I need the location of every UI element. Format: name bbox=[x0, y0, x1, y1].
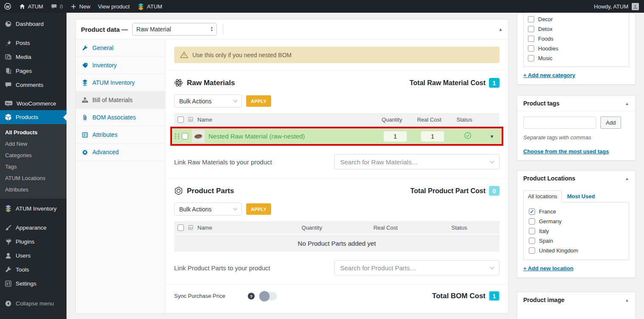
gear-icon bbox=[82, 149, 88, 155]
sidebar-item-comments[interactable]: Comments bbox=[0, 78, 67, 92]
category-checkbox[interactable] bbox=[528, 45, 534, 52]
help-icon[interactable]: ? bbox=[247, 292, 255, 300]
sidebar-item-media[interactable]: Media bbox=[0, 50, 67, 64]
category-checkbox[interactable] bbox=[528, 16, 534, 22]
total-raw-material-cost: Total Raw Material Cost 1 bbox=[410, 78, 500, 88]
tab-advanced[interactable]: Advanced bbox=[76, 144, 165, 161]
pin-icon bbox=[5, 39, 12, 47]
product-data-panel: Product data — Raw Material ▴▾ ▲ General bbox=[75, 19, 508, 313]
sidebar-item-woocommerce[interactable]: Woo WooCommerce bbox=[0, 97, 67, 110]
tab-bom-associates[interactable]: BOM Associates bbox=[76, 109, 165, 126]
search-raw-materials-select[interactable]: Search for Raw Materials… bbox=[334, 154, 500, 169]
category-item[interactable]: Music bbox=[528, 53, 625, 63]
wordpress-logo[interactable]: W bbox=[0, 0, 15, 13]
nested-bom-warning: Use this only if you need nested BOM bbox=[174, 47, 500, 63]
category-checkbox[interactable] bbox=[528, 55, 534, 61]
sidebar-item-products[interactable]: Products bbox=[0, 110, 67, 124]
add-new-location-link[interactable]: + Add new location bbox=[523, 265, 573, 272]
panel-collapse-arrow[interactable]: ▲ bbox=[625, 101, 629, 106]
location-item[interactable]: Germany bbox=[529, 216, 624, 226]
category-item[interactable]: Foods bbox=[528, 34, 625, 44]
tab-attributes[interactable]: Attributes bbox=[76, 126, 165, 144]
sidebar-item-settings[interactable]: Settings bbox=[0, 277, 67, 291]
submenu-tags[interactable]: Tags bbox=[0, 161, 67, 172]
search-product-parts-select[interactable]: Search for Product Parts… bbox=[334, 260, 500, 275]
sidebar-item-atum-inventory[interactable]: ATUM Inventory bbox=[0, 201, 67, 216]
panel-collapse-arrow[interactable]: ▲ bbox=[625, 298, 629, 302]
submenu-all-products[interactable]: All Products bbox=[0, 127, 67, 138]
tab-all-locations[interactable]: All locations bbox=[523, 190, 562, 202]
sidebar-item-pages[interactable]: Pages bbox=[0, 64, 67, 78]
category-checkbox[interactable] bbox=[528, 36, 534, 42]
category-item[interactable]: Hoodies bbox=[528, 44, 625, 53]
collapse-menu-button[interactable]: Collapse menu bbox=[0, 297, 67, 311]
howdy-text[interactable]: Howdy, ATUM bbox=[594, 3, 628, 10]
add-new-category-link[interactable]: + Add new category bbox=[523, 72, 575, 78]
sidebar-item-users[interactable]: Users bbox=[0, 249, 67, 263]
publish-sidebar: Decor Detox Foods Hoodies Music + Add ne… bbox=[517, 13, 636, 319]
quantity-input[interactable]: 1 bbox=[383, 131, 407, 142]
row-checkbox[interactable] bbox=[182, 133, 188, 139]
tab-inventory[interactable]: Inventory bbox=[76, 57, 165, 74]
new-menu[interactable]: New bbox=[67, 0, 94, 13]
site-menu[interactable]: ATUM bbox=[15, 0, 47, 13]
location-checkbox[interactable] bbox=[529, 247, 535, 254]
choose-most-used-tags-link[interactable]: Choose from the most used tags bbox=[523, 148, 609, 155]
product-image-title: Product image bbox=[523, 297, 564, 303]
location-checkbox[interactable] bbox=[529, 228, 535, 234]
location-item[interactable]: Spain bbox=[529, 236, 624, 246]
row-product-name[interactable]: Nested Raw Material (raw-nested) bbox=[208, 133, 305, 140]
tab-bill-of-materials[interactable]: Bill of Materials bbox=[76, 92, 165, 109]
category-item[interactable]: Detox bbox=[528, 24, 625, 34]
location-checkbox[interactable] bbox=[529, 238, 535, 244]
sidebar-item-appearance[interactable]: Appearance bbox=[0, 221, 67, 235]
attributes-list-icon bbox=[82, 132, 88, 138]
tab-general[interactable]: General bbox=[76, 39, 165, 57]
tab-atum-inventory[interactable]: ATUM Inventory bbox=[76, 74, 165, 92]
category-checkbox[interactable] bbox=[528, 26, 534, 32]
real-cost-input[interactable]: 1 bbox=[421, 131, 444, 142]
atum-layers-icon bbox=[5, 205, 12, 212]
product-type-select[interactable]: Raw Material ▴▾ bbox=[132, 23, 217, 36]
location-checkbox-checked[interactable]: ✓ bbox=[529, 208, 535, 215]
location-item[interactable]: United Kingdom bbox=[529, 246, 624, 255]
products-box-icon bbox=[5, 114, 12, 121]
status-check-icon bbox=[464, 132, 472, 139]
avatar[interactable] bbox=[632, 3, 639, 10]
parts-bulk-actions-select[interactable]: Bulk Actions bbox=[174, 202, 242, 216]
raw-material-row[interactable]: Nested Raw Material (raw-nested) 1 1 ▼ bbox=[172, 128, 502, 144]
parts-bulk-actions-row: Bulk Actions APPLY bbox=[174, 202, 500, 216]
submenu-attributes[interactable]: Attributes bbox=[0, 184, 67, 195]
raw-bulk-actions-select[interactable]: Bulk Actions bbox=[174, 94, 242, 108]
sidebar-item-posts[interactable]: Posts bbox=[0, 36, 67, 50]
location-checkbox[interactable] bbox=[529, 218, 535, 225]
submenu-add-new[interactable]: Add New bbox=[0, 138, 67, 150]
sidebar-item-tools[interactable]: Tools bbox=[0, 263, 67, 277]
comments-bubble[interactable]: 0 bbox=[47, 0, 67, 13]
submenu-atum-locations[interactable]: ATUM Locations bbox=[0, 172, 67, 184]
sync-purchase-price-toggle[interactable] bbox=[260, 292, 277, 300]
wrench-icon bbox=[5, 266, 12, 273]
sidebar-item-plugins[interactable]: Plugins bbox=[0, 235, 67, 249]
tag-input[interactable] bbox=[523, 117, 596, 129]
submenu-categories[interactable]: Categories bbox=[0, 150, 67, 161]
part-cost-badge: 0 bbox=[489, 186, 500, 196]
raw-apply-button[interactable]: APPLY bbox=[246, 95, 271, 107]
atum-menu[interactable]: ATUM bbox=[133, 0, 166, 13]
location-item[interactable]: Italy bbox=[529, 226, 624, 236]
select-all-checkbox[interactable] bbox=[178, 225, 184, 231]
panel-collapse-arrow[interactable]: ▲ bbox=[625, 176, 629, 181]
panel-collapse-arrow[interactable]: ▲ bbox=[498, 27, 503, 32]
collapse-icon bbox=[5, 300, 12, 307]
add-tag-button[interactable]: Add bbox=[600, 117, 621, 129]
sidebar-item-dashboard[interactable]: Dashboard bbox=[0, 17, 67, 31]
select-all-checkbox[interactable] bbox=[178, 117, 184, 123]
drag-handle[interactable] bbox=[174, 133, 180, 139]
row-expand-caret[interactable]: ▼ bbox=[484, 134, 500, 139]
location-item[interactable]: ✓France bbox=[529, 207, 624, 216]
parts-apply-button[interactable]: APPLY bbox=[246, 203, 271, 215]
category-item[interactable]: Decor bbox=[528, 14, 625, 24]
view-product-link[interactable]: View product bbox=[94, 0, 133, 13]
tab-most-used[interactable]: Most Used bbox=[562, 191, 600, 202]
highlighted-row-outline: Nested Raw Material (raw-nested) 1 1 ▼ bbox=[170, 127, 503, 146]
